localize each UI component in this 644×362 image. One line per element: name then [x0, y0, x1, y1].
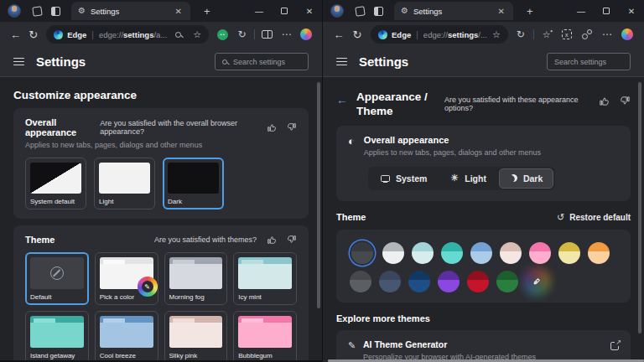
browser-essentials-icon[interactable]: ↻	[232, 25, 252, 44]
refresh-icon[interactable]: ↻	[24, 28, 42, 41]
theme-swatch-gray[interactable]	[350, 271, 371, 292]
extension-green-icon[interactable]: ••	[213, 25, 232, 44]
theme-title: Theme	[25, 235, 55, 245]
external-link-icon[interactable]	[610, 342, 619, 350]
thumbs-down-icon[interactable]	[287, 122, 297, 132]
custom-color-eyedropper-button[interactable]	[526, 271, 548, 292]
segment-light[interactable]: ☀ Light	[439, 168, 497, 189]
settings-header: Settings Search settings	[323, 47, 644, 77]
theme-swatch-navy[interactable]	[408, 271, 430, 292]
browser-essentials-icon[interactable]: ↻	[511, 25, 531, 44]
address-bar[interactable]: Edge | edge://settings/a... ☆	[46, 25, 209, 44]
theme-swatch-slate[interactable]	[379, 271, 401, 292]
copilot-icon[interactable]	[617, 25, 637, 44]
profile-avatar[interactable]	[330, 4, 344, 18]
url-text[interactable]: edge://settings/a...	[99, 30, 167, 39]
settings-header: Settings Search settings	[0, 47, 322, 77]
maximize-button[interactable]	[594, 0, 619, 22]
theme-tile-island-getaway[interactable]: Island getaway	[25, 311, 89, 362]
minimize-button[interactable]: —	[569, 0, 594, 22]
theme-swatch-default[interactable]	[351, 242, 373, 264]
theme-swatch-cool-breeze[interactable]	[470, 242, 492, 264]
theme-swatch-white[interactable]	[382, 242, 404, 264]
theme-swatch-red[interactable]	[467, 271, 489, 292]
tab-close-icon[interactable]: ✕	[172, 6, 185, 17]
search-icon	[222, 59, 227, 65]
menu-icon[interactable]	[13, 55, 24, 68]
url-text[interactable]: edge://settings/...	[423, 30, 487, 39]
extension-molecule-icon[interactable]	[577, 25, 597, 44]
feedback-question: Are you satisfied with these appearance …	[444, 96, 589, 112]
search-settings-input[interactable]: Search settings	[215, 53, 309, 70]
tab-close-icon[interactable]: ✕	[495, 6, 508, 17]
restore-default-button[interactable]: ↺ Restore default	[557, 212, 631, 223]
theme-preview	[169, 316, 223, 348]
copilot-icon[interactable]	[296, 25, 315, 44]
favorites-icon[interactable]: ☆	[537, 25, 557, 44]
settings-content: ← Appearance / Theme Are you satisfied w…	[323, 90, 644, 362]
address-bar[interactable]: Edge | edge://settings/... ☆	[371, 25, 508, 44]
ai-theme-generator-row[interactable]: ✎ AI Theme Generator Personalize your br…	[336, 330, 631, 362]
thumbs-down-icon[interactable]	[620, 96, 631, 106]
close-button[interactable]: ✕	[619, 0, 644, 22]
theme-tile-icy-mint[interactable]: Icy mint	[233, 252, 297, 305]
workspaces-icon[interactable]	[28, 3, 46, 19]
theme-tile-label: Default	[30, 293, 84, 301]
tab-actions-icon[interactable]	[369, 3, 387, 19]
thumbs-up-icon[interactable]	[267, 122, 277, 132]
monitor-icon	[381, 175, 390, 182]
theme-tile-default[interactable]: Default	[25, 252, 89, 305]
minimize-button[interactable]: —	[247, 0, 272, 22]
menu-icon[interactable]	[336, 55, 347, 68]
theme-tile-silky-pink[interactable]: Silky pink	[164, 311, 228, 362]
back-icon[interactable]: ←	[7, 28, 24, 41]
favorite-star-icon[interactable]: ☆	[193, 29, 201, 40]
option-light[interactable]: Light	[94, 158, 155, 209]
new-tab-button[interactable]: +	[199, 5, 216, 18]
close-button[interactable]: ✕	[297, 0, 322, 22]
theme-tile-morning-fog[interactable]: Morning fog	[164, 252, 228, 305]
option-system-default[interactable]: System default	[25, 158, 86, 209]
option-dark-selected[interactable]: Dark	[163, 158, 224, 209]
theme-swatch-icy-mint[interactable]	[412, 242, 434, 264]
split-screen-icon[interactable]	[257, 25, 277, 44]
edge-logo-icon	[378, 30, 387, 39]
favorite-star-icon[interactable]: ☆	[492, 29, 501, 40]
refresh-icon[interactable]: ↻	[348, 28, 366, 41]
ai-theme-generator-title: AI Theme Generator	[363, 339, 536, 349]
segment-system[interactable]: System	[370, 168, 438, 189]
theme-tile-grid: Default✎Pick a colorMorning fogIcy mintI…	[25, 252, 297, 362]
theme-swatch-purple[interactable]	[438, 271, 460, 292]
theme-swatch-bubblegum[interactable]	[529, 242, 551, 264]
extension-x-icon[interactable]: x	[557, 25, 577, 44]
thumbs-up-icon[interactable]	[267, 235, 277, 245]
back-icon[interactable]: ←	[330, 28, 348, 41]
maximize-button[interactable]	[272, 0, 297, 22]
more-menu-icon[interactable]: ⋯	[277, 25, 296, 44]
tab-actions-icon[interactable]	[46, 3, 65, 19]
segment-dark-selected[interactable]: Dark	[499, 168, 553, 189]
new-tab-button[interactable]: +	[522, 5, 538, 18]
scrollbar[interactable]	[638, 82, 641, 334]
theme-swatch-orange[interactable]	[588, 242, 610, 264]
search-settings-input[interactable]: Search settings	[547, 53, 631, 70]
active-tab[interactable]: ⚙ Settings ✕	[394, 2, 513, 20]
theme-swatch-turquoise[interactable]	[441, 242, 463, 264]
workspaces-icon[interactable]	[351, 3, 369, 19]
theme-swatch-silky-pink[interactable]	[500, 242, 522, 264]
scrollbar[interactable]	[317, 82, 320, 308]
thumbs-up-icon[interactable]	[599, 96, 610, 106]
theme-row: Theme ↺ Restore default	[336, 212, 631, 223]
theme-tile-pick-a-color[interactable]: ✎Pick a color	[95, 252, 158, 305]
back-arrow-icon[interactable]: ←	[336, 93, 348, 119]
thumbs-down-icon[interactable]	[287, 235, 297, 245]
theme-swatch-yellow[interactable]	[558, 242, 580, 264]
active-tab[interactable]: ⚙ Settings ✕	[71, 2, 190, 20]
profile-avatar[interactable]	[8, 4, 21, 18]
ai-theme-generator-icon: ✎	[348, 340, 363, 351]
theme-swatch-green[interactable]	[496, 271, 518, 292]
search-in-url-icon[interactable]	[175, 32, 181, 38]
theme-tile-bubblegum[interactable]: Bubblegum	[233, 311, 297, 362]
more-menu-icon[interactable]: ⋯	[597, 25, 617, 44]
theme-tile-cool-breeze[interactable]: Cool breeze	[95, 311, 158, 362]
